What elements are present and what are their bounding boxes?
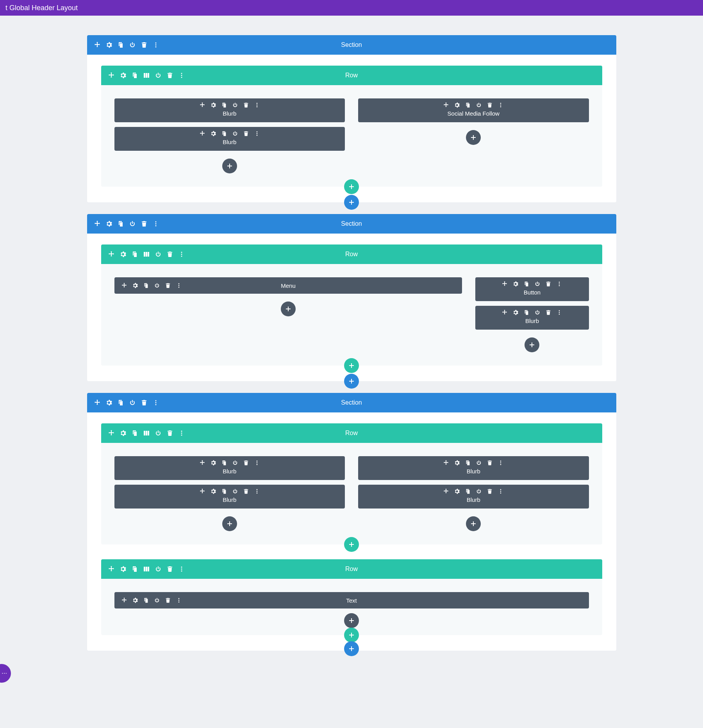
dots-icon[interactable] (498, 489, 503, 494)
duplicate-icon[interactable] (524, 310, 529, 315)
dots-icon[interactable] (153, 221, 159, 227)
dots-icon[interactable] (254, 489, 260, 494)
module-text[interactable]: Text (114, 592, 589, 608)
power-icon[interactable] (129, 221, 136, 227)
add-module-button[interactable] (281, 302, 296, 316)
move-icon[interactable] (108, 430, 114, 436)
section-header[interactable]: Section (87, 214, 616, 234)
module-social-media-follow[interactable]: Social Media Follow (358, 98, 589, 122)
move-icon[interactable] (94, 221, 100, 227)
trash-icon[interactable] (167, 566, 173, 572)
gear-icon[interactable] (454, 460, 460, 466)
power-icon[interactable] (232, 131, 238, 136)
duplicate-icon[interactable] (143, 598, 149, 603)
trash-icon[interactable] (546, 281, 551, 287)
trash-icon[interactable] (167, 251, 173, 257)
move-icon[interactable] (443, 102, 449, 108)
gear-icon[interactable] (513, 281, 518, 287)
gear-icon[interactable] (120, 430, 126, 436)
gear-icon[interactable] (454, 489, 460, 494)
power-icon[interactable] (535, 281, 540, 287)
module-button[interactable]: Button (475, 277, 589, 301)
gear-icon[interactable] (513, 310, 518, 315)
trash-icon[interactable] (165, 283, 171, 288)
duplicate-icon[interactable] (465, 102, 471, 108)
add-row-button[interactable] (344, 179, 359, 194)
duplicate-icon[interactable] (524, 281, 529, 287)
gear-icon[interactable] (120, 566, 126, 572)
columns-icon[interactable] (143, 251, 150, 257)
add-row-button[interactable] (344, 358, 359, 373)
duplicate-icon[interactable] (465, 460, 471, 466)
move-icon[interactable] (108, 251, 114, 257)
dots-icon[interactable] (176, 283, 182, 288)
power-icon[interactable] (535, 310, 540, 315)
columns-icon[interactable] (143, 430, 150, 436)
duplicate-icon[interactable] (132, 251, 138, 257)
module-blurb[interactable]: Blurb (114, 456, 345, 480)
power-icon[interactable] (232, 489, 238, 494)
duplicate-icon[interactable] (118, 400, 124, 406)
gear-icon[interactable] (132, 283, 138, 288)
power-icon[interactable] (155, 251, 161, 257)
power-icon[interactable] (476, 102, 482, 108)
power-icon[interactable] (129, 42, 136, 48)
module-blurb[interactable]: Blurb (114, 127, 345, 151)
move-icon[interactable] (443, 460, 449, 466)
move-icon[interactable] (200, 460, 205, 466)
power-icon[interactable] (476, 460, 482, 466)
add-module-button[interactable] (344, 613, 359, 628)
module-blurb[interactable]: Blurb (475, 306, 589, 330)
move-icon[interactable] (108, 72, 114, 79)
move-icon[interactable] (200, 102, 205, 108)
columns-icon[interactable] (143, 566, 150, 572)
section-header[interactable]: Section (87, 393, 616, 412)
dots-icon[interactable] (254, 131, 260, 136)
module-blurb[interactable]: Blurb (358, 485, 589, 509)
move-icon[interactable] (200, 489, 205, 494)
add-section-button[interactable] (344, 641, 359, 656)
add-module-button[interactable] (466, 516, 481, 531)
gear-icon[interactable] (211, 102, 216, 108)
row-header[interactable]: Row (101, 244, 602, 264)
duplicate-icon[interactable] (221, 131, 227, 136)
trash-icon[interactable] (141, 221, 147, 227)
dots-icon[interactable] (498, 102, 503, 108)
gear-icon[interactable] (120, 72, 126, 79)
move-icon[interactable] (502, 310, 507, 315)
trash-icon[interactable] (487, 460, 492, 466)
add-module-button[interactable] (222, 516, 237, 531)
power-icon[interactable] (154, 598, 160, 603)
move-icon[interactable] (94, 42, 100, 48)
power-icon[interactable] (155, 72, 161, 79)
duplicate-icon[interactable] (118, 42, 124, 48)
power-icon[interactable] (155, 430, 161, 436)
module-menu[interactable]: Menu (114, 277, 462, 294)
trash-icon[interactable] (141, 400, 147, 406)
gear-icon[interactable] (211, 131, 216, 136)
duplicate-icon[interactable] (132, 430, 138, 436)
duplicate-icon[interactable] (132, 72, 138, 79)
dots-icon[interactable] (498, 460, 503, 466)
trash-icon[interactable] (167, 72, 173, 79)
trash-icon[interactable] (243, 102, 249, 108)
duplicate-icon[interactable] (132, 566, 138, 572)
module-blurb[interactable]: Blurb (358, 456, 589, 480)
duplicate-icon[interactable] (221, 489, 227, 494)
power-icon[interactable] (232, 102, 238, 108)
trash-icon[interactable] (243, 460, 249, 466)
trash-icon[interactable] (141, 42, 147, 48)
dots-icon[interactable] (557, 310, 562, 315)
add-module-button[interactable] (466, 130, 481, 145)
power-icon[interactable] (154, 283, 160, 288)
dots-icon[interactable] (178, 251, 185, 257)
add-section-button[interactable] (344, 195, 359, 210)
module-blurb[interactable]: Blurb (114, 485, 345, 509)
add-module-button[interactable] (222, 159, 237, 173)
dots-icon[interactable] (178, 566, 185, 572)
dots-icon[interactable] (153, 400, 159, 406)
dots-icon[interactable] (254, 102, 260, 108)
move-icon[interactable] (94, 400, 100, 406)
duplicate-icon[interactable] (221, 460, 227, 466)
gear-icon[interactable] (454, 102, 460, 108)
